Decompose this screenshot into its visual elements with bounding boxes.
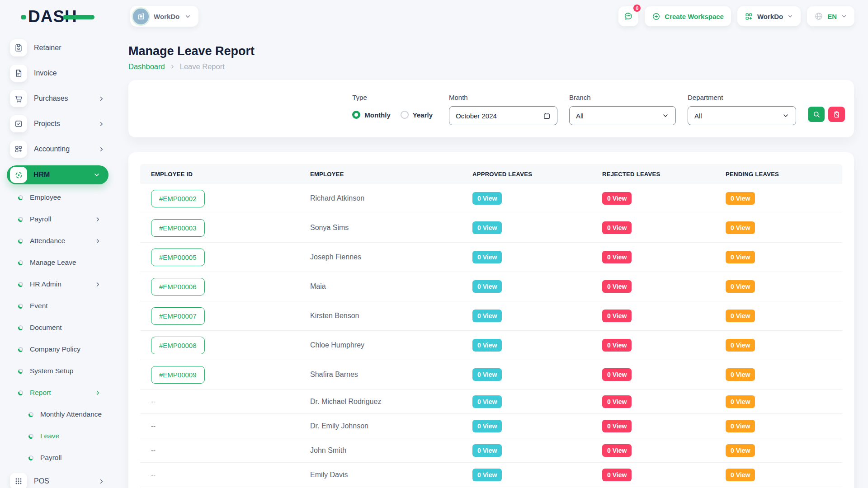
sidebar-item-pos[interactable]: POS	[0, 469, 118, 488]
pending-leaves-view-button[interactable]: 0 View	[726, 469, 755, 481]
sidebar-item-invoice[interactable]: Invoice	[0, 61, 118, 86]
rejected-leaves-view-button[interactable]: 0 View	[602, 444, 632, 457]
sidebar-item-retainer[interactable]: Retainer	[0, 35, 118, 61]
radio-monthly[interactable]: Monthly	[352, 111, 391, 119]
sidebar-item-hrm[interactable]: HRM	[7, 165, 108, 184]
sidebar-item-label: Payroll	[30, 215, 51, 223]
sidebar-item-label: Projects	[34, 120, 60, 128]
pending-leaves-view-button[interactable]: 0 View	[726, 444, 755, 457]
sidebar-item-projects[interactable]: Projects	[0, 111, 118, 136]
sidebar-item-accounting[interactable]: Accounting	[0, 136, 118, 162]
sidebar-item-report-monthly-attendance[interactable]: Monthly Attendance	[0, 404, 118, 425]
employee-id-badge[interactable]: #EMP00008	[151, 337, 205, 354]
approved-leaves-view-button[interactable]: 0 View	[472, 280, 502, 293]
breadcrumb: Dashboard Leave Report	[128, 62, 854, 71]
sidebar-item-employee[interactable]: Employee	[0, 187, 118, 208]
rejected-leaves-view-button[interactable]: 0 View	[602, 368, 632, 381]
reset-button[interactable]	[828, 107, 845, 122]
radio-yearly[interactable]: Yearly	[401, 111, 433, 119]
sidebar-item-manage-leave[interactable]: Manage Leave	[0, 252, 118, 273]
sidebar-item-attendance[interactable]: Attendance	[0, 230, 118, 252]
approved-leaves-view-button[interactable]: 0 View	[472, 368, 502, 381]
approved-leaves-view-button[interactable]: 0 View	[472, 395, 502, 408]
sidebar-item-document[interactable]: Document	[0, 317, 118, 338]
breadcrumb-dashboard-link[interactable]: Dashboard	[128, 62, 165, 71]
leave-report-table-card: EMPLOYEE ID EMPLOYEE APPROVED LEAVES REJ…	[128, 152, 854, 488]
employee-id-badge[interactable]: #EMP00009	[151, 366, 205, 384]
sidebar-item-report[interactable]: Report	[0, 382, 118, 404]
rejected-leaves-view-button[interactable]: 0 View	[602, 192, 632, 205]
pending-leaves-view-button[interactable]: 0 View	[726, 251, 755, 263]
sidebar-item-company-policy[interactable]: Company Policy	[0, 338, 118, 360]
search-button[interactable]	[808, 107, 825, 122]
bullet-icon	[18, 369, 23, 374]
approved-leaves-view-button[interactable]: 0 View	[472, 192, 502, 205]
sidebar-item-label: Attendance	[30, 237, 65, 245]
type-label: Type	[352, 94, 437, 101]
branch-label: Branch	[569, 94, 676, 101]
app-menu-label: WorkDo	[757, 13, 783, 20]
workspace-selector[interactable]: WorkDo	[130, 6, 198, 27]
chevron-down-icon	[787, 13, 793, 19]
pending-leaves-view-button[interactable]: 0 View	[726, 395, 755, 408]
messenger-button[interactable]: 0	[618, 6, 638, 26]
app-menu-button[interactable]: WorkDo	[737, 6, 801, 26]
rejected-leaves-view-button[interactable]: 0 View	[602, 310, 632, 322]
sidebar-item-report-payroll[interactable]: Payroll	[0, 447, 118, 469]
pending-leaves-view-button[interactable]: 0 View	[726, 420, 755, 432]
table-row: #EMP00005Joseph Fiennes0 View0 View0 Vie…	[140, 243, 842, 272]
sidebar-item-report-leave[interactable]: Leave	[0, 425, 118, 447]
approved-leaves-view-button[interactable]: 0 View	[472, 469, 502, 481]
employee-id-badge[interactable]: #EMP00002	[151, 190, 205, 207]
pending-leaves-view-button[interactable]: 0 View	[726, 339, 755, 352]
pending-leaves-view-button[interactable]: 0 View	[726, 280, 755, 293]
sidebar-item-label: Payroll	[40, 454, 61, 462]
approved-leaves-view-button[interactable]: 0 View	[472, 339, 502, 352]
department-value: All	[694, 112, 782, 120]
employee-name: Shafira Barnes	[310, 371, 358, 378]
sidebar-item-event[interactable]: Event	[0, 295, 118, 317]
rejected-leaves-view-button[interactable]: 0 View	[602, 280, 632, 293]
rejected-leaves-view-button[interactable]: 0 View	[602, 339, 632, 352]
month-input[interactable]: October 2024	[449, 106, 557, 125]
rejected-leaves-view-button[interactable]: 0 View	[602, 221, 632, 234]
sidebar-item-payroll[interactable]: Payroll	[0, 208, 118, 230]
create-workspace-button[interactable]: Create Workspace	[645, 6, 731, 26]
pending-leaves-view-button[interactable]: 0 View	[726, 310, 755, 322]
chevron-right-icon	[94, 216, 101, 223]
pending-leaves-view-button[interactable]: 0 View	[726, 221, 755, 234]
employee-id-badge[interactable]: #EMP00003	[151, 219, 205, 237]
approved-leaves-view-button[interactable]: 0 View	[472, 310, 502, 322]
sidebar-item-label: Purchases	[34, 94, 68, 103]
sidebar-item-label: POS	[34, 477, 49, 485]
sidebar-item-purchases[interactable]: Purchases	[0, 86, 118, 111]
employee-id-badge[interactable]: #EMP00007	[151, 307, 205, 325]
chevron-right-icon	[98, 121, 105, 127]
approved-leaves-view-button[interactable]: 0 View	[472, 444, 502, 457]
rejected-leaves-view-button[interactable]: 0 View	[602, 469, 632, 481]
pending-leaves-view-button[interactable]: 0 View	[726, 368, 755, 381]
approved-leaves-view-button[interactable]: 0 View	[472, 420, 502, 432]
building-icon	[137, 12, 145, 20]
table-body: #EMP00002Richard Atkinson0 View0 View0 V…	[140, 184, 842, 488]
cart-icon	[10, 90, 27, 107]
rejected-leaves-view-button[interactable]: 0 View	[602, 395, 632, 408]
sidebar-item-system-setup[interactable]: System Setup	[0, 360, 118, 382]
language-selector[interactable]: EN	[807, 6, 854, 26]
bullet-icon	[18, 282, 23, 287]
bullet-icon	[28, 434, 33, 439]
pending-leaves-view-button[interactable]: 0 View	[726, 192, 755, 205]
approved-leaves-view-button[interactable]: 0 View	[472, 221, 502, 234]
type-filter-group: Type Monthly Yearly	[352, 94, 437, 137]
rejected-leaves-view-button[interactable]: 0 View	[602, 420, 632, 432]
bullet-icon	[18, 217, 23, 222]
rejected-leaves-view-button[interactable]: 0 View	[602, 251, 632, 263]
employee-id-badge[interactable]: #EMP00005	[151, 249, 205, 266]
sidebar-item-hr-admin[interactable]: HR Admin	[0, 273, 118, 295]
branch-select[interactable]: All	[569, 106, 676, 125]
employee-name: Dr. Michael Rodriguez	[310, 398, 381, 405]
employee-id-badge[interactable]: #EMP00006	[151, 278, 205, 296]
radio-checked-icon	[352, 111, 360, 119]
approved-leaves-view-button[interactable]: 0 View	[472, 251, 502, 263]
department-select[interactable]: All	[688, 106, 796, 125]
